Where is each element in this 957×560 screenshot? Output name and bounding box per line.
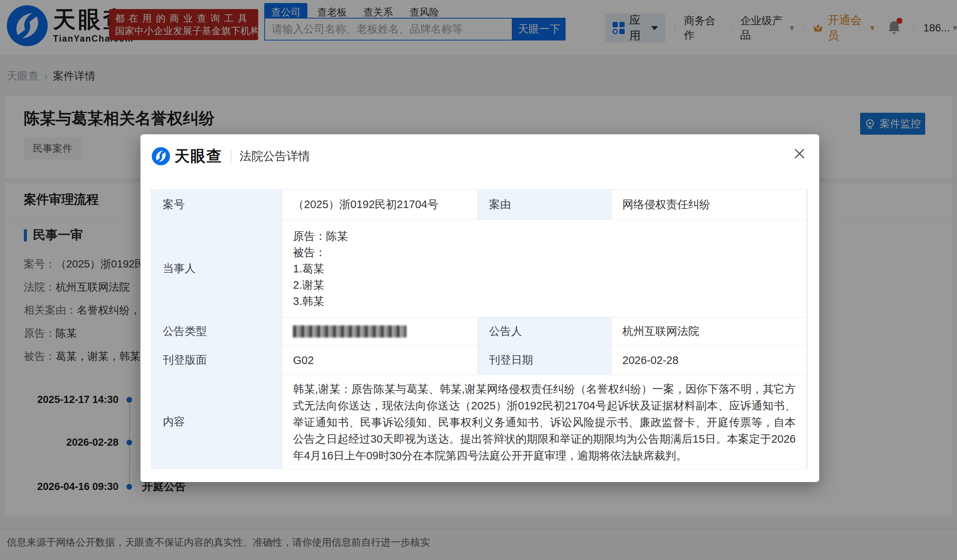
table-label-parties: 当事人	[152, 220, 282, 317]
modal-brand: 天眼查	[175, 146, 222, 167]
close-icon	[793, 147, 806, 160]
modal-title: 法院公告详情	[240, 148, 310, 164]
close-button[interactable]	[792, 147, 807, 162]
table-label-cause: 案由	[478, 189, 611, 219]
table-value-case-no: （2025）浙0192民初21704号	[283, 189, 477, 219]
table-value-page: G02	[283, 346, 477, 375]
redacted-text-blur	[293, 325, 407, 338]
court-announcement-modal: 天眼查 法院公告详情 案号 （2025）浙0192民初21704号 案由 网络侵…	[141, 134, 819, 482]
tianyancha-logo-icon	[152, 147, 170, 166]
table-label-page: 刊登版面	[152, 346, 282, 375]
table-label-announcer: 公告人	[478, 317, 611, 345]
table-value-parties: 原告：陈某 被告： 1.葛某 2.谢某 3.韩某	[283, 220, 806, 317]
announcement-table: 案号 （2025）浙0192民初21704号 案由 网络侵权责任纠纷 当事人 原…	[151, 189, 807, 469]
page: 天眼查 TianYanCha.com 都在用的商业查询工具 国家中小企业发展子基…	[0, 0, 957, 560]
table-label-pub-date: 刊登日期	[478, 346, 611, 375]
modal-header: 天眼查 法院公告详情	[152, 146, 310, 167]
table-label-announcement-type: 公告类型	[152, 317, 282, 345]
table-label-case-no: 案号	[152, 189, 282, 219]
table-value-pub-date: 2026-02-28	[612, 346, 806, 375]
divider	[231, 150, 231, 163]
table-value-cause: 网络侵权责任纠纷	[612, 189, 806, 219]
table-value-announcement-type	[283, 317, 477, 345]
table-label-content: 内容	[152, 375, 282, 469]
table-value-announcer: 杭州互联网法院	[612, 317, 806, 345]
table-value-content: 韩某,谢某：原告陈某与葛某、韩某,谢某网络侵权责任纠纷（名誉权纠纷）一案，因你下…	[283, 375, 806, 469]
